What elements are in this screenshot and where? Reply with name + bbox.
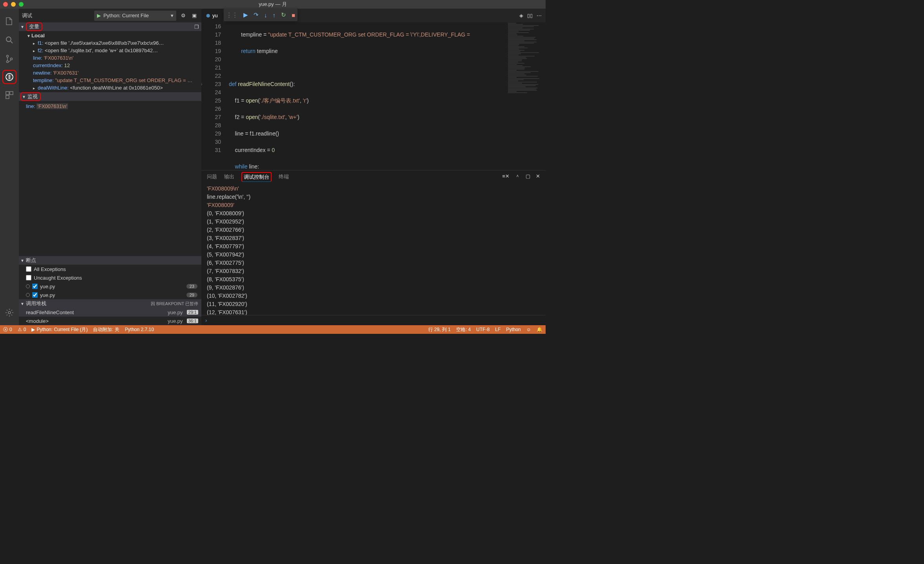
extensions-icon[interactable] xyxy=(0,86,19,104)
status-indent[interactable]: 空格: 4 xyxy=(456,326,471,333)
tab-terminal[interactable]: 终端 xyxy=(279,172,289,182)
scope-local[interactable]: ▼Local xyxy=(19,32,201,39)
minimap[interactable] xyxy=(506,22,546,170)
search-icon[interactable] xyxy=(0,31,19,49)
debug-title: 调试 xyxy=(22,12,32,19)
debug-settings-icon[interactable]: ⚙ xyxy=(179,13,187,18)
line-gutter: 16171819202122○232425262728293031 xyxy=(201,22,225,170)
breakpoints-section-header[interactable]: ▼断点 xyxy=(19,256,201,265)
variable-row[interactable]: currentIndex: 12 xyxy=(19,62,201,69)
callstack-section-header[interactable]: ▼调用堆栈因 BREAKPOINT 已暂停 xyxy=(19,299,201,308)
svg-point-1 xyxy=(7,55,9,57)
status-encoding[interactable]: UTF-8 xyxy=(476,327,489,332)
debug-sidebar: 调试 ▶ Python: Current File ▾ ⚙ ▣ ▼ 变量 ❐ ▼… xyxy=(19,9,201,325)
config-caret-icon[interactable]: ▾ xyxy=(168,13,176,18)
variable-row[interactable]: ▸f2: <open file './sqlite.txt', mode 'w+… xyxy=(19,47,201,54)
callstack-frame[interactable]: readFileNlineContentyue.py29:1 xyxy=(19,308,201,317)
status-cursor-pos[interactable]: 行 29, 列 1 xyxy=(428,326,451,333)
watch-section-header[interactable]: ▼监视 xyxy=(19,92,201,101)
split-editor-icon[interactable]: ▯▯ xyxy=(527,13,533,18)
bottom-panel: 问题 输出 调试控制台 终端 ≡✕ ＾ ▢ ✕ 'FX008009\n'line… xyxy=(201,170,546,325)
window-controls xyxy=(3,2,24,7)
source-control-icon[interactable] xyxy=(0,49,19,68)
editor-area: ⬢yu n-isort {}launch.json ◈ ▯▯ ⋯ 1617181… xyxy=(201,9,546,325)
code-editor[interactable]: 16171819202122○232425262728293031 templi… xyxy=(201,22,546,170)
panel-tabs: 问题 输出 调试控制台 终端 ≡✕ ＾ ▢ ✕ xyxy=(201,170,546,183)
bp-circle-icon xyxy=(26,293,30,297)
svg-rect-7 xyxy=(6,95,9,99)
notifications-icon[interactable]: 🔔 xyxy=(537,327,542,332)
step-into-icon[interactable]: ↓ xyxy=(264,12,267,18)
chevron-down-icon: ▼ xyxy=(22,95,26,99)
collapse-all-icon[interactable]: ❐ xyxy=(194,24,199,30)
debug-toolbar[interactable]: ⋮⋮ ▶ ↷ ↓ ↑ ↻ ■ xyxy=(224,9,298,21)
close-window-button[interactable] xyxy=(3,2,8,7)
svg-point-3 xyxy=(11,58,13,60)
panel-close-icon[interactable]: ✕ xyxy=(536,173,540,180)
variable-row[interactable]: ▸f1: <open file './\xe5\xae\xa2\xe6\x88\… xyxy=(19,39,201,47)
debug-console-input[interactable]: › xyxy=(201,315,546,325)
editor-actions: ◈ ▯▯ ⋯ xyxy=(519,9,546,22)
variable-row[interactable]: ▸dealWithLine: <function dealWithLine at… xyxy=(19,84,201,92)
variable-row[interactable]: newline: 'FX007631' xyxy=(19,69,201,77)
variable-row[interactable]: templine: "update T_CTM_CUSTOMER_ORG set… xyxy=(19,77,201,84)
variables-body: ▼Local ▸f1: <open file './\xe5\xae\xa2\x… xyxy=(19,31,201,92)
status-bar: ⓧ 0 ⚠ 0 ▶ Python: Current File (月) 自动附加:… xyxy=(0,325,546,334)
settings-gear-icon[interactable] xyxy=(0,303,19,322)
status-debug-config[interactable]: ▶ Python: Current File (月) xyxy=(31,326,88,333)
callstack-frame[interactable]: <module>yue.py36:1 xyxy=(19,317,201,325)
bp-uncaught-exceptions[interactable]: Uncaught Exceptions xyxy=(19,273,201,282)
paused-reason: 因 BREAKPOINT 已暂停 xyxy=(151,301,198,307)
watch-label-wrap: ▼监视 xyxy=(20,92,41,101)
status-errors[interactable]: ⓧ 0 xyxy=(3,326,12,333)
panel-up-icon[interactable]: ＾ xyxy=(515,173,520,180)
panel-maximize-icon[interactable]: ▢ xyxy=(526,173,530,180)
stop-icon[interactable]: ■ xyxy=(292,12,295,18)
restart-icon[interactable]: ↻ xyxy=(281,11,286,18)
debug-console-output[interactable]: 'FX008009\n'line.replace('\n', '')'FX008… xyxy=(201,183,546,315)
svg-point-0 xyxy=(6,37,11,42)
debug-console-toggle-icon[interactable]: ▣ xyxy=(190,13,198,18)
debug-icon[interactable] xyxy=(2,70,16,84)
step-out-icon[interactable]: ↑ xyxy=(273,12,276,18)
checkbox[interactable] xyxy=(26,275,31,280)
bp-circle-icon xyxy=(26,284,30,288)
continue-icon[interactable]: ▶ xyxy=(243,11,248,18)
explorer-icon[interactable] xyxy=(0,12,19,31)
breakpoint-row[interactable]: yue.py23 xyxy=(19,282,201,291)
status-language[interactable]: Python xyxy=(506,327,520,332)
start-debug-icon[interactable]: ▶ xyxy=(95,13,103,18)
breakpoint-row[interactable]: yue.py29 xyxy=(19,291,201,299)
tab-debug-console[interactable]: 调试控制台 xyxy=(241,172,272,182)
status-auto-attach[interactable]: 自动附加: 关 xyxy=(93,326,119,333)
bp-all-exceptions[interactable]: All Exceptions xyxy=(19,265,201,273)
svg-point-2 xyxy=(7,61,9,63)
status-python-version[interactable]: Python 2.7.10 xyxy=(125,327,154,332)
watch-row[interactable]: line: 'FX007631\n' xyxy=(26,103,201,110)
variable-row[interactable]: line: 'FX007631\n' xyxy=(19,54,201,62)
step-over-icon[interactable]: ↷ xyxy=(254,11,259,18)
svg-rect-6 xyxy=(10,92,13,95)
feedback-icon[interactable]: ☺ xyxy=(526,327,531,332)
window-title: yue.py — 月 xyxy=(259,1,287,8)
minimize-window-button[interactable] xyxy=(11,2,16,7)
debug-config-select[interactable]: ▶ Python: Current File ▾ xyxy=(94,11,176,21)
status-eol[interactable]: LF xyxy=(495,327,500,332)
variables-label: 变量 xyxy=(26,22,42,31)
tab-problems[interactable]: 问题 xyxy=(207,172,217,182)
python-file-icon: ⬢ xyxy=(206,13,210,18)
code-lines: templine = "update T_CTM_CUSTOMER_ORG se… xyxy=(229,22,502,170)
clear-console-icon[interactable]: ≡✕ xyxy=(502,173,509,180)
checkbox[interactable] xyxy=(32,292,38,298)
variables-section-header[interactable]: ▼ 变量 ❐ xyxy=(19,22,201,31)
checkbox[interactable] xyxy=(26,266,31,272)
debug-config-name: Python: Current File xyxy=(103,13,168,18)
checkbox[interactable] xyxy=(32,284,38,289)
maximize-window-button[interactable] xyxy=(19,2,24,7)
tab-output[interactable]: 输出 xyxy=(224,172,234,182)
more-actions-icon[interactable]: ⋯ xyxy=(537,13,542,18)
tab-yue-py[interactable]: ⬢yu xyxy=(201,9,223,22)
status-warnings[interactable]: ⚠ 0 xyxy=(18,327,26,332)
diff-icon[interactable]: ◈ xyxy=(519,13,523,18)
drag-handle-icon[interactable]: ⋮⋮ xyxy=(226,11,238,18)
